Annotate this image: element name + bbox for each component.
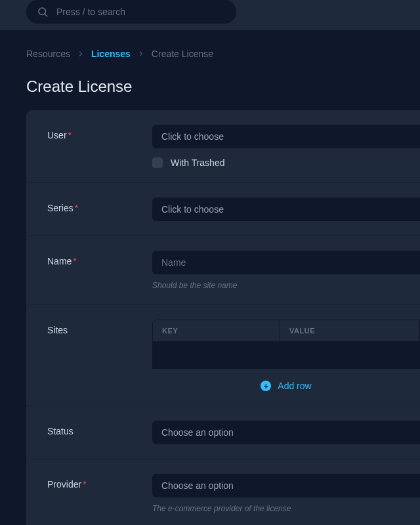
col-value: VALUE (280, 320, 419, 341)
field-label-status: Status (47, 421, 152, 444)
col-key: KEY (153, 320, 280, 341)
table-header: KEY VALUE (153, 320, 419, 342)
name-help: Should be the site name (152, 281, 420, 290)
field-label-provider: Provider* (47, 474, 152, 513)
label-text: Series (47, 203, 74, 213)
table-row (153, 342, 419, 368)
breadcrumb: Resources Licenses Create License (26, 30, 420, 77)
user-select[interactable]: Click to choose (152, 125, 420, 148)
required-indicator: * (73, 256, 76, 266)
field-status: Status Choose an option (26, 406, 420, 459)
breadcrumb-licenses[interactable]: Licenses (91, 49, 131, 59)
field-user: User* Click to choose With Trashed (26, 110, 420, 183)
label-text: Status (47, 426, 74, 436)
svg-line-1 (45, 14, 47, 16)
with-trashed-label: With Trashed (171, 158, 224, 168)
field-sites: Sites KEY VALUE + Add row (26, 305, 420, 406)
field-series: Series* Click to choose (26, 183, 420, 236)
search-icon (37, 6, 49, 18)
provider-select[interactable]: Choose an option (152, 474, 420, 497)
chevron-right-icon (77, 50, 85, 58)
required-indicator: * (83, 479, 86, 490)
required-indicator: * (75, 203, 78, 213)
field-name: Name* Should be the site name (26, 236, 420, 305)
breadcrumb-create-license: Create License (152, 49, 213, 59)
topbar (0, 0, 420, 30)
page-title: Create License (26, 77, 420, 96)
series-select[interactable]: Click to choose (152, 198, 420, 221)
search-input[interactable] (56, 7, 226, 17)
field-label-user: User* (47, 125, 152, 168)
breadcrumb-resources[interactable]: Resources (26, 49, 70, 59)
label-text: Provider (47, 479, 81, 490)
name-input[interactable] (152, 251, 420, 274)
chevron-right-icon (137, 50, 145, 58)
with-trashed-checkbox[interactable] (152, 158, 163, 168)
search-box[interactable] (26, 0, 236, 24)
label-text: Name (47, 256, 72, 266)
label-text: User (47, 130, 67, 140)
field-label-series: Series* (47, 198, 152, 221)
field-label-sites: Sites (47, 320, 152, 391)
sites-table: KEY VALUE (152, 320, 420, 369)
value-cell[interactable] (280, 342, 419, 368)
provider-help: The e-commerce provider of the license (152, 504, 420, 513)
field-label-name: Name* (47, 251, 152, 290)
form-panel: User* Click to choose With Trashed Serie… (26, 110, 420, 525)
field-provider: Provider* Choose an option The e-commerc… (26, 459, 420, 525)
svg-point-0 (39, 8, 46, 15)
plus-icon: + (261, 381, 271, 391)
add-row-label: Add row (278, 381, 311, 391)
with-trashed-row[interactable]: With Trashed (152, 158, 420, 168)
add-row-button[interactable]: + Add row (152, 381, 420, 391)
label-text: Sites (47, 325, 68, 335)
required-indicator: * (68, 130, 72, 140)
status-select[interactable]: Choose an option (152, 421, 420, 444)
key-cell[interactable] (153, 342, 280, 368)
